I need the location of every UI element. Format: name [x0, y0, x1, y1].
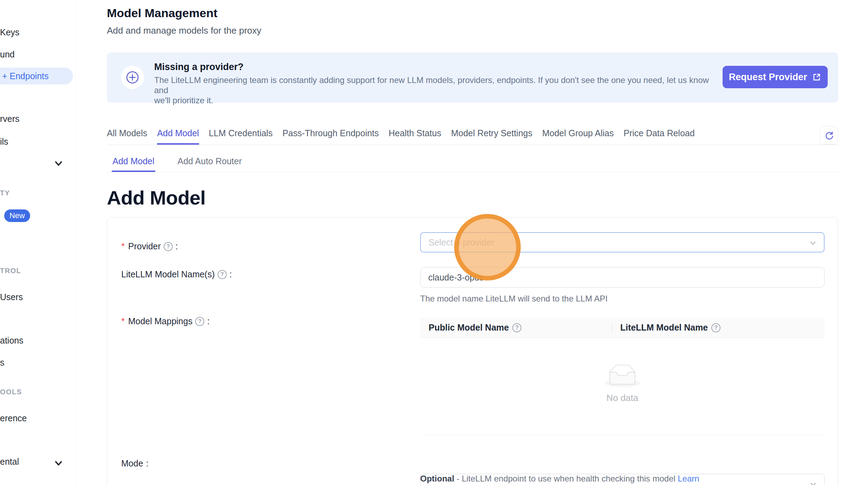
model-name-label-text: LiteLLM Model Name(s) — [121, 269, 215, 279]
sidebar-item-playground[interactable]: und — [0, 49, 15, 60]
sidebar-item-passthrough-endpoints[interactable]: + Endpoints — [0, 68, 73, 84]
model-mappings-label: * Model Mappings ? : — [121, 316, 210, 326]
sidebar-section-tools: OOLS — [0, 388, 22, 396]
learn-more-link[interactable]: Learn — [678, 474, 699, 483]
label-colon: : — [230, 269, 232, 279]
provider-label: * Provider ? : — [121, 241, 178, 251]
tab-health-status[interactable]: Health Status — [389, 128, 441, 145]
help-circle-icon[interactable]: ? — [195, 317, 204, 326]
sidebar-section-access-control: TROL — [0, 267, 21, 275]
sidebar-item-logs[interactable]: ils — [0, 137, 8, 147]
chevron-down-icon[interactable] — [53, 158, 64, 169]
chevron-down-icon — [808, 238, 818, 248]
model-name-input[interactable] — [421, 272, 824, 283]
required-asterisk: * — [121, 241, 125, 251]
subtab-add-auto-router[interactable]: Add Auto Router — [177, 156, 242, 172]
label-colon: : — [176, 241, 178, 251]
missing-provider-banner: Missing a provider? The LiteLLM engineer… — [107, 53, 838, 103]
tab-llm-credentials[interactable]: LLM Credentials — [209, 128, 273, 145]
model-name-helper: The model name LiteLLM will send to the … — [420, 294, 608, 304]
column-public-model-name: Public Model Name ? — [429, 323, 521, 333]
add-model-subtabs: Add Model Add Auto Router — [107, 156, 838, 172]
sidebar-item-users[interactable]: Users — [0, 292, 23, 302]
chevron-down-icon[interactable] — [53, 457, 64, 469]
external-link-icon — [812, 72, 821, 82]
new-badge: New — [4, 209, 30, 222]
tab-all-models[interactable]: All Models — [107, 128, 147, 145]
model-name-field[interactable] — [420, 267, 825, 287]
model-tabs: All Models Add Model LLM Credentials Pas… — [107, 128, 838, 145]
page-title: Model Management — [107, 6, 217, 20]
label-colon: : — [146, 458, 149, 469]
help-circle-icon[interactable]: ? — [218, 270, 227, 279]
column-header-text: LiteLLM Model Name — [620, 323, 708, 333]
subtab-add-model[interactable]: Add Model — [112, 156, 155, 172]
request-provider-button[interactable]: Request Provider — [723, 66, 828, 88]
mode-label: Mode : — [121, 458, 149, 469]
banner-body: The LiteLLM engineering team is constant… — [154, 75, 715, 105]
provider-label-text: Provider — [128, 241, 161, 251]
empty-inbox-icon — [605, 365, 640, 387]
refresh-button[interactable] — [820, 126, 838, 144]
plus-circle-icon — [121, 66, 144, 89]
provider-select[interactable] — [420, 232, 825, 252]
sidebar: Keys und + Endpoints rvers ils TY New TR… — [0, 0, 76, 485]
help-circle-icon[interactable]: ? — [711, 323, 720, 332]
help-circle-icon[interactable]: ? — [512, 323, 521, 332]
required-asterisk: * — [121, 316, 125, 326]
tab-passthrough-endpoints[interactable]: Pass-Through Endpoints — [282, 128, 379, 145]
page-subtitle: Add and manage models for the proxy — [107, 25, 261, 36]
chevron-down-icon — [809, 480, 818, 485]
provider-select-input[interactable] — [421, 237, 824, 248]
sidebar-item-keys[interactable]: Keys — [0, 27, 20, 37]
banner-body-line1: The LiteLLM engineering team is constant… — [154, 75, 715, 95]
refresh-icon — [824, 130, 834, 140]
banner-title: Missing a provider? — [154, 62, 244, 72]
note-text: - LiteLLM endpoint to use when health ch… — [457, 474, 675, 483]
mode-helper-note: Optional - LiteLLM endpoint to use when … — [420, 474, 699, 484]
empty-state: No data — [420, 365, 825, 403]
add-model-form-card: * Provider ? : LiteLLM Model Name(s) ? :… — [107, 217, 838, 485]
add-model-heading: Add Model — [107, 186, 206, 209]
column-header-text: Public Model Name — [429, 323, 509, 333]
help-circle-icon[interactable]: ? — [164, 242, 173, 251]
column-litellm-model-name: LiteLLM Model Name ? — [620, 323, 720, 333]
tab-model-retry-settings[interactable]: Model Retry Settings — [451, 128, 532, 145]
sidebar-item-s[interactable]: s — [0, 358, 5, 368]
mode-label-text: Mode — [121, 458, 143, 469]
sidebar-section-observability: TY — [0, 189, 10, 197]
tab-model-group-alias[interactable]: Model Group Alias — [542, 128, 614, 145]
model-mappings-label-text: Model Mappings — [128, 316, 192, 326]
model-mappings-table: Public Model Name ? LiteLLM Model Name ? — [420, 318, 825, 435]
column-divider — [612, 323, 612, 332]
sidebar-item-experimental[interactable]: ental — [0, 457, 19, 467]
no-data-text: No data — [420, 393, 825, 403]
label-colon: : — [207, 316, 210, 326]
tab-price-data-reload[interactable]: Price Data Reload — [623, 128, 695, 145]
mappings-table-header: Public Model Name ? LiteLLM Model Name ? — [420, 318, 825, 338]
sidebar-item-organizations[interactable]: ations — [0, 335, 23, 346]
request-provider-label: Request Provider — [729, 72, 807, 83]
sidebar-item-reference[interactable]: erence — [0, 413, 27, 423]
sidebar-item-servers[interactable]: rvers — [0, 114, 20, 124]
banner-body-line2: we'll prioritize it. — [154, 95, 715, 105]
model-name-label: LiteLLM Model Name(s) ? : — [121, 269, 232, 279]
tab-add-model[interactable]: Add Model — [157, 128, 199, 145]
sidebar-item-label: + Endpoints — [2, 71, 49, 81]
optional-bold: Optional — [420, 474, 454, 483]
